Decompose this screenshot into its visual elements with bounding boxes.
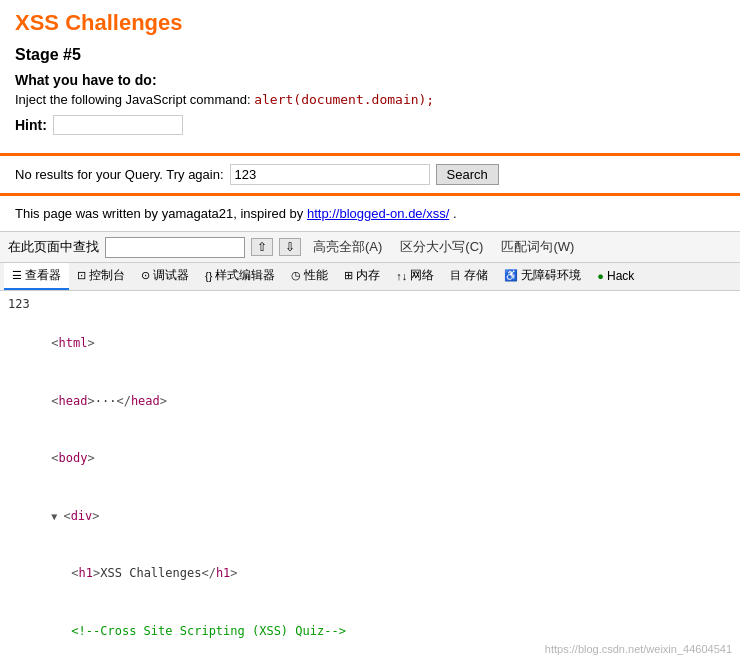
tab-accessibility[interactable]: ♿ 无障碍环境	[496, 263, 589, 290]
footer-period: .	[453, 206, 457, 221]
inspector-label: 查看器	[25, 267, 61, 284]
inspector-icon: ☰	[12, 269, 22, 282]
stage-title: Stage #5	[15, 46, 725, 64]
hint-label: Hint:	[15, 117, 47, 133]
console-label: 控制台	[89, 267, 125, 284]
hint-row: Hint:	[15, 115, 725, 135]
footer-link[interactable]: http://blogged-on.de/xss/	[307, 206, 449, 221]
search-input[interactable]	[230, 164, 430, 185]
find-prev-button[interactable]: ⇧	[251, 238, 273, 256]
highlight-all-button[interactable]: 高亮全部(A)	[307, 236, 388, 258]
hack-label: Hack	[607, 269, 634, 283]
devtools-body: 123 <html> <head>···</head> <body> ▼ <di…	[0, 291, 740, 663]
debugger-icon: ⊙	[141, 269, 150, 282]
tab-debugger[interactable]: ⊙ 调试器	[133, 263, 197, 290]
tab-inspector[interactable]: ☰ 查看器	[4, 263, 69, 290]
tree-line-div: ▼ <div>	[8, 488, 732, 546]
network-icon: ↑↓	[396, 270, 407, 282]
tab-console[interactable]: ⊡ 控制台	[69, 263, 133, 290]
tree-line-html: <html>	[8, 315, 732, 373]
find-input[interactable]	[105, 237, 245, 258]
storage-icon: 目	[450, 268, 461, 283]
tree-line-h1: <h1>XSS Challenges</h1>	[8, 545, 732, 603]
performance-label: 性能	[304, 267, 328, 284]
watermark: https://blog.csdn.net/weixin_44604541	[545, 643, 732, 655]
style-label: 样式编辑器	[215, 267, 275, 284]
tree-line-body: <body>	[8, 430, 732, 488]
accessibility-label: 无障碍环境	[521, 267, 581, 284]
memory-icon: ⊞	[344, 269, 353, 282]
top-content: XSS Challenges Stage #5 What you have to…	[0, 0, 740, 153]
search-section: No results for your Query. Try again: Se…	[0, 156, 740, 193]
console-icon: ⊡	[77, 269, 86, 282]
storage-label: 存储	[464, 267, 488, 284]
tab-network[interactable]: ↑↓ 网络	[388, 263, 442, 290]
memory-label: 内存	[356, 267, 380, 284]
task-prefix: Inject the following JavaScript command:	[15, 92, 251, 107]
search-button[interactable]: Search	[436, 164, 499, 185]
find-next-button[interactable]: ⇩	[279, 238, 301, 256]
match-word-button[interactable]: 匹配词句(W)	[495, 236, 580, 258]
html-tree: <html> <head>···</head> <body> ▼ <div> <…	[8, 313, 732, 663]
hint-input[interactable]	[53, 115, 183, 135]
tab-memory[interactable]: ⊞ 内存	[336, 263, 388, 290]
style-icon: {}	[205, 270, 212, 282]
tab-style-editor[interactable]: {} 样式编辑器	[197, 263, 283, 290]
console-output-value: 123	[8, 295, 732, 313]
hack-icon: ●	[597, 270, 604, 282]
footer: This page was written by yamagata21, ins…	[0, 196, 740, 231]
tab-performance[interactable]: ◷ 性能	[283, 263, 336, 290]
debugger-label: 调试器	[153, 267, 189, 284]
performance-icon: ◷	[291, 269, 301, 282]
devtools-tabs: ☰ 查看器 ⊡ 控制台 ⊙ 调试器 {} 样式编辑器 ◷ 性能 ⊞ 内存 ↑↓ …	[0, 263, 740, 291]
footer-text: This page was written by yamagata21, ins…	[15, 206, 307, 221]
accessibility-icon: ♿	[504, 269, 518, 282]
match-case-button[interactable]: 区分大小写(C)	[394, 236, 489, 258]
find-label: 在此页面中查找	[8, 238, 99, 256]
network-label: 网络	[410, 267, 434, 284]
tree-line-head: <head>···</head>	[8, 373, 732, 431]
task-label: What you have to do:	[15, 72, 725, 88]
no-result-text: No results for your Query. Try again:	[15, 167, 224, 182]
tab-hack[interactable]: ● Hack	[589, 265, 642, 289]
task-desc: Inject the following JavaScript command:…	[15, 92, 725, 107]
tab-storage[interactable]: 目 存储	[442, 263, 496, 290]
task-code: alert(document.domain);	[254, 92, 434, 107]
page-title: XSS Challenges	[15, 10, 725, 36]
find-bar: 在此页面中查找 ⇧ ⇩ 高亮全部(A) 区分大小写(C) 匹配词句(W)	[0, 231, 740, 263]
